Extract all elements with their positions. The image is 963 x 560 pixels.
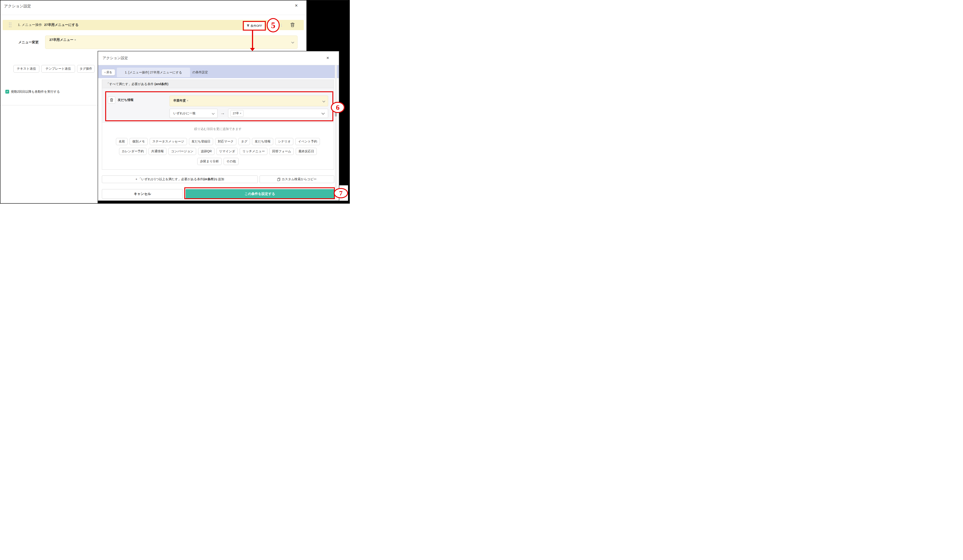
action-row-name: 27卒用メニューにする [44, 23, 79, 27]
value-chip: 27卒× [230, 110, 243, 117]
keyword-button-conversion[interactable]: コンバージョン [169, 148, 196, 155]
condition-off-button[interactable]: 条件OFF [244, 22, 264, 29]
trash-icon[interactable] [290, 23, 295, 28]
match-operator-select[interactable]: いずれかに一致 [170, 109, 217, 118]
keyword-button-other[interactable]: その他 [224, 158, 238, 165]
and-header-text: 「すべて満たす」必要がある条件 [106, 82, 155, 86]
keyword-button-friend-registered[interactable]: 友だち登録日 [189, 138, 213, 145]
menu-change-value: 27卒用メニュー× [49, 38, 76, 42]
menu-change-label: メニュー変更 [18, 40, 39, 44]
dialog-title: アクション設定 [4, 3, 31, 9]
add-text-send-button[interactable]: テキスト送信 [13, 65, 39, 73]
scrollbar-track[interactable] [335, 65, 337, 200]
keyword-button-rich-menu[interactable]: リッチメニュー [240, 148, 268, 155]
keyword-button-scenario[interactable]: シナリオ [275, 138, 293, 145]
keyword-button-memo[interactable]: 個別メモ [130, 138, 148, 145]
keyword-button-calendar-booking[interactable]: カレンダー予約 [119, 148, 146, 155]
add-or-condition-button[interactable]: + 「いずれか1つ以上を満たす」必要がある条件(or条件)を追加 [102, 175, 258, 183]
back-button[interactable]: ‹ 戻る [102, 69, 115, 76]
delete-condition-button[interactable] [108, 97, 115, 104]
condition-row: 友だち情報 卒業年度× いずれかに一致 → 27卒× [102, 88, 334, 123]
remove-chip-icon[interactable]: × [75, 38, 76, 42]
chevron-down-icon [212, 112, 215, 115]
repeat-execute-label: 発動2回目以降も各動作を実行する [11, 90, 60, 94]
add-template-send-button[interactable]: テンプレート送信 [41, 65, 75, 73]
keyword-button-tag[interactable]: タグ [238, 138, 250, 145]
chevron-down-icon [321, 112, 325, 115]
background-fill-right [339, 51, 350, 185]
annotation-arrow-stem [252, 31, 253, 48]
background-fill-bottom [97, 201, 350, 204]
add-filter-hint: 絞り込む項目を更に追加できます [102, 127, 334, 131]
add-tag-operation-button[interactable]: タグ操作 [77, 65, 95, 73]
remove-chip-icon[interactable]: × [187, 99, 188, 102]
set-condition-button[interactable]: この条件を設定する [186, 189, 334, 199]
cancel-button[interactable]: キャンセル [102, 189, 183, 199]
or-button-suffix: を追加 [215, 177, 224, 181]
menu-change-select[interactable]: 27卒用メニュー× [45, 36, 298, 49]
operator-value: いずれかに一致 [173, 112, 196, 115]
funnel-icon [246, 24, 250, 27]
action-row-prefix: 1. メニュー操作 [18, 23, 42, 27]
close-icon[interactable]: × [326, 55, 329, 60]
and-conditions-panel: 「すべて満たす」必要がある条件 (and条件) 友だち情報 卒業年度× いずれか… [102, 79, 334, 170]
plus-icon: + [135, 177, 137, 181]
screenshot-canvas: アクション設定 × 1. メニュー操作27卒用メニューにする 条件OFF ↓ メ… [0, 0, 350, 204]
keyword-button-reminder[interactable]: リマインダ [216, 148, 238, 155]
selected-field: 卒業年度 [173, 99, 186, 102]
annotation-arrow-head [250, 48, 255, 51]
or-button-bold: (or条件) [203, 177, 215, 181]
keyword-row-2: カレンダー予約 共通情報 コンバージョン 追跡QR リマインダ リッチメニュー … [102, 148, 334, 155]
action-row-label: 1. メニュー操作27卒用メニューにする [18, 23, 79, 27]
breadcrumb-suffix: の条件設定 [192, 70, 208, 74]
condition-off-label: 条件OFF [251, 24, 262, 28]
keyword-button-event-booking[interactable]: イベント予約 [295, 138, 319, 145]
background-fill-top-right [306, 0, 350, 51]
copy-icon [277, 178, 280, 181]
keyword-button-answer-form[interactable]: 回答フォーム [269, 148, 294, 155]
chevron-down-icon [291, 40, 294, 44]
breadcrumb-action-pill: 1. [メニュー操作] 27卒用メニューにする [117, 68, 190, 77]
or-button-text: 「いずれか1つ以上を満たす」必要がある条件 [138, 177, 203, 181]
scrollbar-thumb[interactable] [335, 102, 337, 117]
friend-info-field-select[interactable]: 卒業年度× [170, 95, 328, 106]
keyword-row-1: 名前 個別メモ ステータスメッセージ 友だち登録日 対応マーク タグ 友だち情報… [102, 138, 334, 145]
condition-value-select[interactable]: 27卒× [228, 109, 328, 118]
condition-category-label: 友だち情報 [118, 98, 134, 102]
close-icon[interactable]: × [295, 3, 298, 8]
trash-icon [110, 98, 113, 102]
and-conditions-header: 「すべて満たす」必要がある条件 (and条件) [102, 80, 334, 88]
remove-chip-icon[interactable]: × [240, 112, 241, 115]
selected-menu: 27卒用メニュー [49, 38, 73, 42]
condition-settings-dialog: アクション設定 × ‹ 戻る 1. [メニュー操作] 27卒用メニューにする の… [97, 51, 339, 201]
keyword-button-tracking-qr[interactable]: 追跡QR [198, 148, 214, 155]
move-down-icon[interactable]: ↓ [280, 22, 283, 28]
keyword-button-funnel-analysis[interactable]: 歩留まり分析 [197, 158, 222, 165]
arrow-right-icon: → [220, 110, 225, 116]
selected-value: 27卒 [233, 112, 239, 115]
keyword-button-status-message[interactable]: ステータスメッセージ [150, 138, 187, 145]
keyword-button-last-response[interactable]: 最終反応日 [296, 148, 317, 155]
drag-handle-icon[interactable] [9, 23, 12, 28]
copy-from-custom-search-button[interactable]: カスタム検索からコピー [259, 175, 334, 183]
copy-button-label: カスタム検索からコピー [282, 177, 317, 181]
keyword-button-friend-info[interactable]: 友だち情報 [252, 138, 273, 145]
keyword-button-common-info[interactable]: 共通情報 [149, 148, 166, 155]
keyword-row-3: 歩留まり分析 その他 [102, 158, 334, 165]
background-fill-right-lower [348, 185, 350, 201]
keyword-button-support-mark[interactable]: 対応マーク [215, 138, 236, 145]
chevron-down-icon [323, 100, 325, 102]
dialog-title: アクション設定 [102, 56, 128, 60]
field-value: 卒業年度× [173, 99, 188, 103]
repeat-execute-checkbox[interactable]: ✔ [5, 90, 9, 94]
keyword-button-name[interactable]: 名前 [116, 138, 128, 145]
and-header-bold: (and条件) [155, 82, 169, 86]
